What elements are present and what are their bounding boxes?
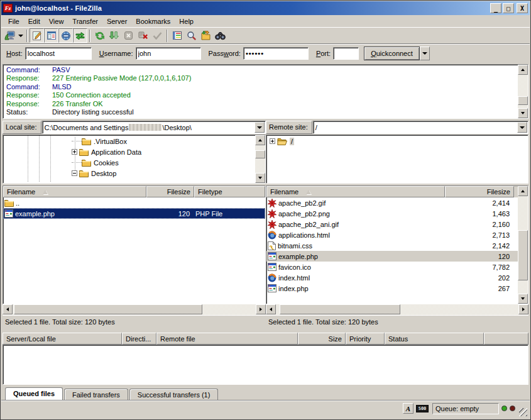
apache-file-icon: [268, 209, 276, 218]
local-site-dropdown-button[interactable]: [255, 122, 265, 133]
queue-column-size[interactable]: Size: [298, 333, 346, 345]
scroll-down-button[interactable]: [518, 294, 528, 304]
remote-site-label: Remote site:: [266, 121, 312, 134]
queue-column-remote-file[interactable]: Remote file: [156, 333, 298, 345]
menu-transfer[interactable]: Transfer: [68, 16, 102, 26]
file-row-apache-pb2-gif[interactable]: apache_pb2.gif2,414: [266, 197, 518, 208]
tree-item-virtualbox[interactable]: .VirtualBox: [4, 136, 265, 146]
scroll-down-button[interactable]: [255, 173, 265, 183]
quickconnect-dropdown-button[interactable]: [420, 47, 430, 60]
minimize-button[interactable]: _: [490, 3, 501, 13]
column-header-filesize[interactable]: Filesize: [445, 186, 514, 197]
filter-button[interactable]: [170, 28, 184, 43]
search-button[interactable]: [184, 28, 199, 43]
refresh-button[interactable]: [92, 28, 107, 43]
remote-list-scrollbar[interactable]: [518, 186, 528, 304]
site-manager-button[interactable]: [3, 28, 17, 43]
scroll-right-button[interactable]: [518, 304, 528, 314]
cancel-button[interactable]: [121, 28, 136, 43]
scrollbar-thumb[interactable]: [518, 96, 528, 105]
menu-bookmarks[interactable]: Bookmarks: [131, 16, 175, 26]
local-site-combo[interactable]: C:\Documents and Settings\Desktop\: [42, 121, 266, 134]
queue-column-spacer[interactable]: [484, 333, 528, 345]
scroll-up-button[interactable]: [255, 135, 265, 145]
tree-item-root[interactable]: /: [267, 136, 527, 146]
cell-text: apache_pb2.png: [278, 210, 330, 218]
scrollbar-thumb[interactable]: [14, 304, 202, 314]
log-toggle-button[interactable]: [30, 28, 44, 43]
cell-name: ..: [3, 199, 146, 207]
remote-tree-toggle-button[interactable]: [58, 28, 73, 43]
scrollbar-thumb[interactable]: [255, 150, 265, 158]
resize-grip[interactable]: [519, 408, 527, 416]
menu-server[interactable]: Server: [102, 16, 131, 26]
file-row-index-php[interactable]: index.php267: [266, 283, 518, 294]
remote-site-path: /: [314, 124, 517, 131]
column-header-filesize[interactable]: Filesize: [146, 186, 194, 197]
port-input[interactable]: [333, 47, 359, 60]
local-tree-scrollbar[interactable]: [255, 135, 265, 183]
tab-queued-files[interactable]: Queued files: [5, 387, 63, 400]
close-button[interactable]: X: [517, 3, 528, 13]
file-row-apache-pb2-ani-gif[interactable]: apache_pb2_ani.gif2,160: [266, 219, 518, 229]
disconnect-button[interactable]: [136, 28, 150, 43]
file-row-favicon-ico[interactable]: favicon.ico7,782: [266, 262, 518, 272]
file-row-example-php[interactable]: example.php120: [266, 251, 518, 262]
menu-file[interactable]: File: [4, 16, 24, 26]
expand-plus-icon[interactable]: [270, 138, 275, 144]
column-header-filename[interactable]: Filename: [3, 186, 146, 197]
compare-button[interactable]: [213, 28, 227, 43]
scroll-left-button[interactable]: [266, 304, 276, 314]
menu-edit[interactable]: Edit: [24, 16, 45, 26]
menu-view[interactable]: View: [45, 16, 68, 26]
file-row-index-html[interactable]: index.html202: [266, 272, 518, 283]
scroll-up-button[interactable]: [518, 186, 528, 196]
file-row-apache-pb2-png[interactable]: apache_pb2.png1,463: [266, 208, 518, 219]
synchronized-browsing-button[interactable]: [199, 28, 213, 43]
queue-column-server-local-file[interactable]: Server/Local file: [3, 333, 122, 345]
file-row-bitnami-css[interactable]: bitnami.css2,142: [266, 240, 518, 251]
maximize-button[interactable]: □: [503, 3, 514, 13]
tree-item-cookies[interactable]: Cookies: [4, 157, 265, 168]
log-toggle-icon: [32, 31, 42, 41]
reconnect-button[interactable]: [150, 28, 165, 43]
local-tree-toggle-button[interactable]: [44, 28, 58, 43]
collapse-minus-icon[interactable]: [72, 170, 77, 176]
column-header-filename[interactable]: Filename: [266, 186, 445, 197]
scrollbar-thumb[interactable]: [518, 230, 528, 280]
scroll-left-button[interactable]: [3, 304, 13, 314]
scrollbar-thumb[interactable]: [280, 304, 400, 314]
tree-item-desktop[interactable]: Desktop: [4, 168, 265, 179]
log-scrollbar[interactable]: [518, 65, 528, 118]
scroll-up-button[interactable]: [518, 65, 528, 75]
username-input[interactable]: [136, 47, 201, 60]
file-row-[interactable]: ..: [3, 197, 265, 208]
local-hscrollbar[interactable]: [3, 304, 266, 315]
queue-column-directi[interactable]: Directi...: [122, 333, 156, 345]
quickconnect-button[interactable]: Quickconnect: [364, 47, 420, 60]
process-queue-button[interactable]: [107, 28, 121, 43]
scroll-down-button[interactable]: [518, 108, 528, 118]
queue-toggle-button[interactable]: [73, 28, 87, 43]
expand-plus-icon[interactable]: [72, 149, 77, 155]
tree-item-application-data[interactable]: Application Data: [4, 146, 265, 157]
file-row-applications-html[interactable]: applications.html2,713: [266, 229, 518, 240]
tab-successful-transfers-1[interactable]: Successful transfers (1): [129, 389, 219, 400]
scroll-right-button[interactable]: [256, 304, 266, 314]
status-bar: A 500 Queue: empty: [1, 400, 530, 416]
remote-hscrollbar[interactable]: [266, 304, 528, 315]
triangle-left-icon: [6, 307, 9, 311]
remote-site-combo[interactable]: /: [313, 121, 528, 134]
password-input[interactable]: [243, 47, 309, 60]
queue-column-status[interactable]: Status: [385, 333, 484, 345]
host-label: Host:: [6, 50, 23, 57]
remote-site-dropdown-button[interactable]: [517, 122, 527, 133]
column-header-filetype[interactable]: Filetype: [194, 186, 265, 197]
queue-column-priority[interactable]: Priority: [346, 333, 385, 345]
menu-help[interactable]: Help: [175, 16, 198, 26]
tab-failed-transfers[interactable]: Failed transfers: [64, 389, 128, 400]
host-input[interactable]: [25, 47, 92, 60]
site-manager-dropdown-button[interactable]: [17, 29, 25, 42]
file-row-example-php[interactable]: example.php120PHP File1: [3, 208, 265, 219]
column-header-label: Directi...: [126, 335, 151, 343]
